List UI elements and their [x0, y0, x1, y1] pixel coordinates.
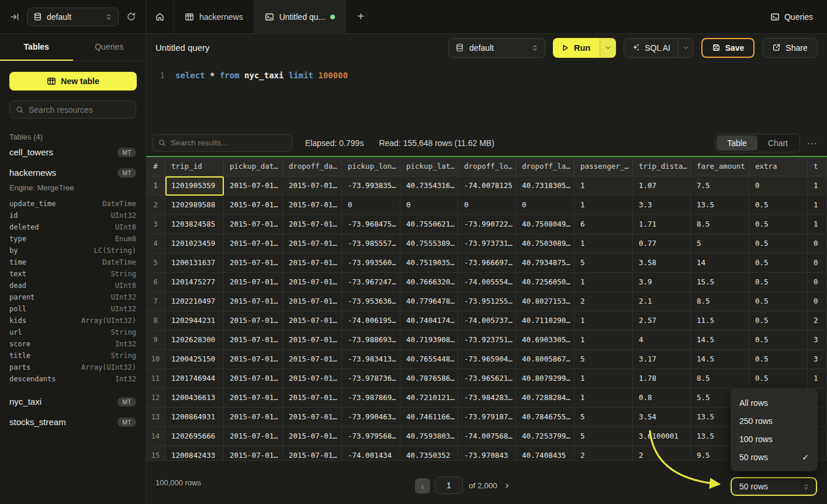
table-cell[interactable]: -73.985557… [342, 234, 400, 253]
table-cell[interactable]: 15.5 [691, 273, 749, 292]
table-cell[interactable]: -74.0078125 [458, 176, 516, 196]
table-cell[interactable]: 8.5 [691, 292, 749, 311]
database-selector[interactable]: default [27, 8, 119, 26]
table-cell[interactable]: 14.5 [691, 350, 749, 369]
more-options-button[interactable]: ··· [807, 138, 818, 148]
table-cell[interactable]: 40.7210121… [400, 388, 458, 408]
table-cell[interactable]: 0.8 [633, 388, 691, 408]
sidebar-tab-queries[interactable]: Queries [73, 34, 146, 61]
table-cell[interactable]: -73.990463… [342, 408, 400, 427]
table-cell[interactable]: 1.07 [633, 176, 691, 196]
table-cell[interactable]: 3.58 [633, 253, 691, 273]
new-table-button[interactable]: New table [9, 72, 137, 91]
table-cell[interactable]: 2015-07-01… [283, 388, 342, 408]
table-cell[interactable]: 1201023459 [165, 234, 224, 253]
table-cell[interactable]: 13.5 [691, 196, 749, 215]
table-cell[interactable]: -73.968475… [342, 215, 400, 234]
sidebar-tab-tables[interactable]: Tables [0, 34, 73, 61]
run-button[interactable]: Run [553, 38, 600, 58]
menu-item-50-rows[interactable]: 50 rows✓ [731, 448, 818, 466]
column-header[interactable]: dropoff_lo… [458, 157, 516, 176]
table-cell[interactable]: 1.71 [633, 215, 691, 234]
table-cell[interactable]: 40.7404174… [400, 311, 458, 331]
column-header[interactable]: pickup_lon… [342, 157, 400, 176]
table-cell[interactable]: 2015-07-01… [224, 311, 283, 331]
table-cell[interactable]: 2015-07-01… [224, 331, 283, 350]
table-cell[interactable]: 2015-07-01… [224, 196, 283, 215]
table-cell[interactable]: 40.7503089… [516, 234, 575, 253]
table-cell[interactable]: 1.78 [633, 369, 691, 388]
table-cell[interactable]: 1 [575, 388, 633, 408]
table-cell[interactable]: 2015-07-01… [224, 350, 283, 369]
table-cell[interactable]: 0.5 [749, 350, 808, 369]
table-cell[interactable]: -74.005554… [458, 273, 516, 292]
table-cell[interactable]: 2015-07-01… [283, 196, 342, 215]
table-cell[interactable]: 2015-07-01… [283, 234, 342, 253]
table-cell[interactable]: 5 [691, 234, 749, 253]
table-cell[interactable]: 1200864931 [165, 408, 224, 427]
table-cell[interactable]: 2015-07-01… [283, 408, 342, 427]
table-cell[interactable]: -73.987869… [342, 388, 400, 408]
table-cell[interactable]: 1201746944 [165, 369, 224, 388]
table-cell[interactable]: 1 [575, 196, 633, 215]
column-header[interactable]: extra [749, 157, 808, 176]
table-cell[interactable]: 40.7354316… [400, 176, 458, 196]
table-cell[interactable]: -73.984283… [458, 388, 516, 408]
table-cell[interactable]: 1201475277 [165, 273, 224, 292]
table-cell[interactable]: 11.5 [691, 311, 749, 331]
table-cell[interactable]: 0.5 [749, 215, 808, 234]
table-cell[interactable]: 0.5 [749, 234, 808, 253]
table-cell[interactable]: 40.7193908… [400, 331, 458, 350]
column-header[interactable]: t [808, 157, 827, 176]
table-cell[interactable]: 1 [575, 331, 633, 350]
table-cell[interactable]: 7.5 [691, 176, 749, 196]
table-cell[interactable]: -73.993560… [342, 253, 400, 273]
table-cell[interactable]: 3.9 [633, 273, 691, 292]
table-cell[interactable]: 2015-07-01… [283, 292, 342, 311]
menu-item-all-rows[interactable]: All rows [731, 394, 818, 412]
table-cell[interactable]: 40.7593803… [400, 427, 458, 446]
table-cell[interactable]: 2015-07-01… [283, 427, 342, 446]
table-cell[interactable]: 1 [575, 311, 633, 331]
table-cell[interactable]: 2015-07-01… [283, 331, 342, 350]
table-cell[interactable]: 1 [575, 176, 633, 196]
column-header[interactable]: fare_amount [691, 157, 749, 176]
column-header[interactable]: # [146, 157, 165, 176]
table-cell[interactable]: 40.8079299… [516, 369, 575, 388]
table-cell[interactable]: 40.7876586… [400, 369, 458, 388]
table-cell[interactable]: 1 [808, 215, 827, 234]
table-cell[interactable]: -73.965621… [458, 369, 516, 388]
table-cell[interactable]: 0.5 [749, 273, 808, 292]
table-cell[interactable]: -74.006195… [342, 311, 400, 331]
table-cell[interactable]: 2015-07-01… [224, 292, 283, 311]
table-cell[interactable]: 40.7934875… [516, 253, 575, 273]
table-cell[interactable]: 1 [808, 369, 827, 388]
table-cell[interactable]: 2015-07-01… [224, 176, 283, 196]
table-cell[interactable]: 1202628300 [165, 331, 224, 350]
column-header[interactable]: pickup_dat… [224, 157, 283, 176]
table-cell[interactable]: 5 [575, 408, 633, 427]
table-cell[interactable]: 1201905359 [165, 176, 224, 196]
table-cell[interactable]: 40.7846755… [516, 408, 575, 427]
table-cell[interactable]: 0 [808, 253, 827, 273]
table-cell[interactable]: 3.17 [633, 350, 691, 369]
table-cell[interactable]: 3.3 [633, 196, 691, 215]
table-cell[interactable]: 40.7461166… [400, 408, 458, 427]
sidebar-table-stocks_stream[interactable]: stocks_streamMT [0, 412, 146, 432]
sql-ai-button[interactable]: SQL AI [624, 43, 677, 53]
column-header[interactable]: passenger_… [575, 157, 633, 176]
save-button[interactable]: Save [701, 38, 755, 58]
table-cell[interactable]: 40.8027153… [516, 292, 575, 311]
table-cell[interactable]: 5 [575, 427, 633, 446]
table-cell[interactable]: 40.7318305… [516, 176, 575, 196]
table-cell[interactable]: 40.6903305… [516, 331, 575, 350]
table-cell[interactable]: 2015-07-01… [224, 408, 283, 427]
table-cell[interactable]: 3.54 [633, 408, 691, 427]
table-cell[interactable]: 2015-07-01… [283, 215, 342, 234]
table-cell[interactable]: -73.966697… [458, 253, 516, 273]
table-cell[interactable]: 40.7508049… [516, 215, 575, 234]
column-header[interactable]: dropoff_da… [283, 157, 342, 176]
table-cell[interactable]: 14.5 [691, 331, 749, 350]
table-cell[interactable]: 40.7256050… [516, 273, 575, 292]
table-cell[interactable]: -73.988693… [342, 331, 400, 350]
